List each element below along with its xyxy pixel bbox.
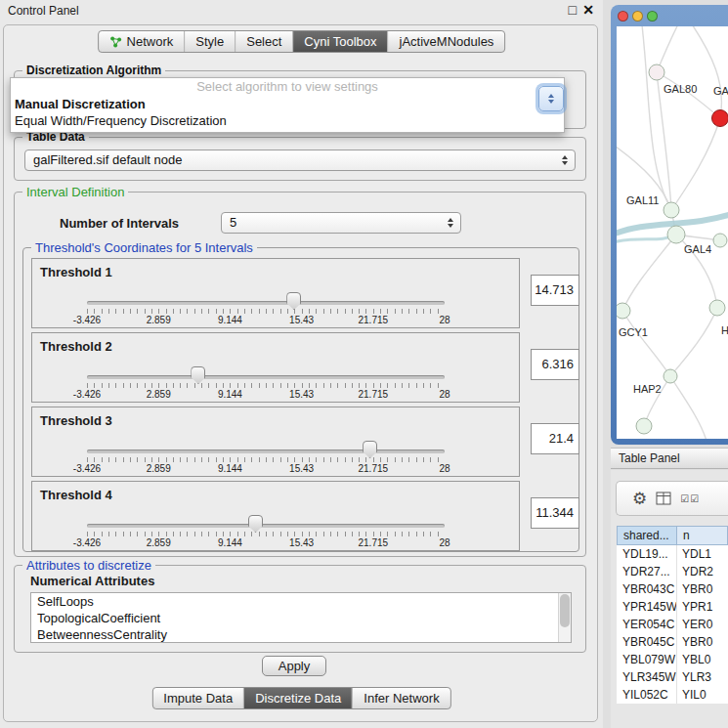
- network-node-hap2[interactable]: [664, 369, 677, 383]
- table-row[interactable]: YPR145WYPR1: [617, 598, 728, 616]
- table-cell-name[interactable]: YIL0: [677, 686, 728, 704]
- num-intervals-value: 5: [230, 215, 236, 230]
- threshold-slider[interactable]: -3.4262.8599.14415.4321.71528: [87, 363, 445, 402]
- combo-arrows-icon: [448, 218, 453, 228]
- network-node[interactable]: [649, 64, 664, 80]
- table-cell-name[interactable]: YDL1: [677, 545, 728, 563]
- table-cell-shared-name[interactable]: YBR043C: [617, 580, 677, 598]
- table-row[interactable]: YIL052CYIL0: [617, 686, 728, 704]
- table-cell-name[interactable]: YDR2: [677, 563, 728, 580]
- tab-network[interactable]: Network: [99, 31, 186, 52]
- network-node-gal11[interactable]: [664, 202, 679, 218]
- table-data-combobox[interactable]: galFiltered.sif default node: [24, 150, 576, 171]
- table-row[interactable]: YDR27...YDR2: [617, 563, 728, 580]
- close-window-icon[interactable]: ✕: [582, 2, 594, 18]
- threshold-slider[interactable]: -3.4262.8599.14415.4321.71528: [87, 437, 445, 476]
- dropdown-option-equal-width[interactable]: Equal Width/Frequency Discretization: [11, 112, 564, 129]
- table-cell-shared-name[interactable]: YPR145W: [617, 598, 677, 616]
- node-label-gcy1: GCY1: [619, 326, 648, 338]
- tab-label: jActiveMNodules: [400, 34, 494, 49]
- table-cell-shared-name[interactable]: YIL052C: [617, 686, 677, 704]
- table-row[interactable]: YBL079WYBL0: [617, 651, 728, 668]
- columns-icon[interactable]: [656, 492, 671, 505]
- table-rows: YDL19...YDL1YDR27...YDR2YBR043CYBR0YPR14…: [617, 545, 728, 704]
- minimize-light-icon[interactable]: [632, 11, 643, 21]
- table-panel-title: Table Panel: [611, 448, 728, 469]
- table-cell-shared-name[interactable]: YDL19...: [617, 545, 677, 563]
- threshold-value-input[interactable]: 14.713: [531, 275, 579, 306]
- threshold-value-input[interactable]: 21.4: [531, 423, 579, 454]
- table-data-combobox-value: galFiltered.sif default node: [33, 152, 182, 167]
- tab-discretize-data[interactable]: Discretize Data: [244, 688, 353, 708]
- network-node[interactable]: [636, 418, 652, 434]
- checkbox-icons[interactable]: ☑☑: [680, 493, 700, 504]
- attribute-item[interactable]: TopologicalCoefficient: [31, 610, 571, 626]
- table-row[interactable]: YBR043CYBR0: [617, 580, 728, 598]
- tab-infer-network[interactable]: Infer Network: [353, 688, 450, 708]
- tab-label: Impute Data: [163, 691, 233, 706]
- network-node-gal4[interactable]: [667, 226, 685, 243]
- algorithm-combo-stepper[interactable]: [538, 86, 564, 111]
- threshold-value-input[interactable]: 6.316: [531, 349, 579, 380]
- node-label-gal80: GAL80: [664, 83, 697, 95]
- threshold-slider[interactable]: -3.4262.8599.14415.4321.71528: [87, 288, 445, 327]
- tab-cyni-toolbox[interactable]: Cyni Toolbox: [293, 31, 388, 52]
- control-panel-window: Control Panel □ ✕ Network Style Select C…: [0, 0, 603, 728]
- slider-scale-label: 21.715: [359, 537, 389, 548]
- table-row[interactable]: YBR045CYBR0: [617, 633, 728, 651]
- num-intervals-combobox[interactable]: 5: [221, 212, 461, 234]
- zoom-light-icon[interactable]: [647, 11, 658, 21]
- table-cell-name[interactable]: YPR1: [677, 598, 728, 616]
- close-light-icon[interactable]: [618, 11, 628, 21]
- top-tabbar: Network Style Select Cyni Toolbox jActiv…: [98, 30, 506, 53]
- listbox-scrollbar[interactable]: [558, 593, 571, 642]
- bottom-tabbar: Impute Data Discretize Data Infer Networ…: [151, 687, 450, 709]
- table-cell-shared-name[interactable]: YBR045C: [617, 633, 677, 651]
- slider-scale-label: -3.426: [73, 463, 101, 474]
- apply-button[interactable]: Apply: [262, 656, 326, 676]
- table-cell-shared-name[interactable]: YER054C: [617, 616, 677, 633]
- attributes-listbox[interactable]: SelfLoopsTopologicalCoefficientBetweenne…: [30, 592, 572, 643]
- table-row[interactable]: YDL19...YDL1: [617, 545, 728, 563]
- network-node[interactable]: [713, 234, 727, 247]
- threshold-panel-1: Threshold 1 -3.4262.8599.14415.4321.7152…: [31, 258, 520, 328]
- algorithm-placeholder: Select algorithm to view settings: [11, 78, 564, 96]
- table-cell-shared-name[interactable]: YDR27...: [617, 563, 677, 580]
- table-row[interactable]: YLR345WYLR3: [617, 668, 728, 686]
- slider-scale: -3.4262.8599.14415.4321.71528: [87, 363, 445, 402]
- tab-style[interactable]: Style: [185, 31, 236, 52]
- listbox-scrollbar-thumb[interactable]: [560, 594, 570, 627]
- gear-icon[interactable]: ⚙: [632, 491, 647, 507]
- table-toolbar: ⚙ ☑☑: [616, 481, 728, 516]
- window-title: Control Panel: [8, 4, 79, 18]
- table-header-row: shared... n: [617, 526, 728, 545]
- network-view-window: GAL80 GA GAL11 GAL4 GCY1 H HAP2: [611, 5, 728, 445]
- table-row[interactable]: YER054CYER0: [617, 616, 728, 633]
- table-cell-name[interactable]: YER0: [677, 616, 728, 633]
- node-label-h-cut: H: [721, 324, 728, 336]
- tab-impute-data[interactable]: Impute Data: [152, 688, 244, 708]
- network-node[interactable]: [709, 300, 725, 316]
- network-node-selected[interactable]: [712, 110, 728, 127]
- column-header-shared-name[interactable]: shared...: [617, 526, 677, 545]
- dropdown-option-manual-discretization[interactable]: Manual Discretization: [11, 96, 564, 112]
- node-label-ga-cut: GA: [713, 85, 728, 97]
- column-header-name[interactable]: n: [677, 526, 728, 545]
- network-node-gcy1[interactable]: [617, 303, 630, 319]
- table-cell-name[interactable]: YLR3: [677, 668, 728, 686]
- attribute-item[interactable]: SelfLoops: [31, 593, 571, 610]
- network-canvas[interactable]: GAL80 GA GAL11 GAL4 GCY1 H HAP2: [617, 26, 728, 439]
- table-cell-name[interactable]: YBL0: [677, 651, 728, 668]
- table-cell-name[interactable]: YBR0: [677, 633, 728, 651]
- table-cell-shared-name[interactable]: YBL079W: [617, 651, 677, 668]
- table-cell-name[interactable]: YBR0: [677, 580, 728, 598]
- float-window-icon[interactable]: □: [569, 2, 577, 18]
- attribute-item[interactable]: BetweennessCentrality: [31, 626, 571, 643]
- threshold-slider[interactable]: -3.4262.8599.14415.4321.71528: [87, 511, 445, 550]
- threshold-value-input[interactable]: 11.344: [531, 497, 579, 529]
- table-cell-shared-name[interactable]: YLR345W: [617, 668, 677, 686]
- tab-label: Infer Network: [364, 691, 439, 706]
- slider-scale-label: 28: [439, 315, 450, 325]
- tab-jactivemnodules[interactable]: jActiveMNodules: [389, 31, 505, 52]
- tab-select[interactable]: Select: [236, 31, 293, 52]
